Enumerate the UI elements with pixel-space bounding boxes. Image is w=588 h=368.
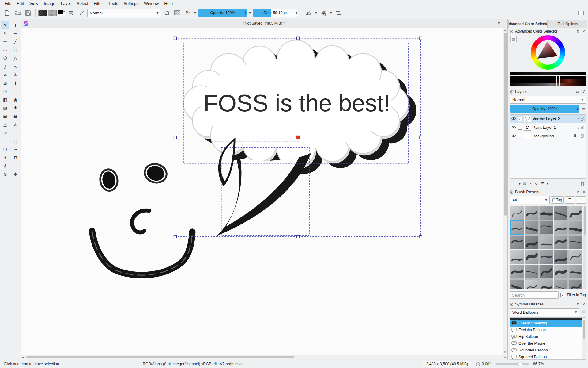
layer-properties-dropdown[interactable]: ▼	[547, 182, 548, 185]
float-docker-icon[interactable]: ⧉	[576, 302, 580, 306]
alpha-icon[interactable]: α	[578, 134, 579, 138]
symbol-item[interactable]: Exclaim Balloon	[510, 327, 586, 333]
add-layer-dropdown[interactable]: ▼	[519, 182, 521, 185]
tag-button[interactable]: Tag	[551, 196, 564, 204]
foreground-color[interactable]	[58, 10, 63, 14]
close-docker-icon[interactable]: ✕	[582, 302, 586, 306]
layer-checkbox[interactable]	[518, 134, 522, 138]
close-docker-icon[interactable]: ✕	[582, 190, 586, 194]
tool-freehand-select[interactable]: ∽	[11, 145, 20, 153]
layer-row[interactable]: Background α	[510, 132, 586, 140]
rotation-center-handle[interactable]	[296, 136, 300, 139]
shade-strip[interactable]	[510, 83, 586, 86]
symbol-item[interactable]: Dream Speaking	[510, 320, 586, 327]
layer-visibility-toggle[interactable]	[511, 125, 516, 130]
menu-filter[interactable]: Filter	[91, 0, 106, 7]
move-layer-up-button[interactable]: ∧	[529, 182, 532, 186]
menu-tools[interactable]: Tools	[106, 0, 121, 7]
duplicate-layer-button[interactable]: ⧉	[523, 182, 526, 186]
smiley-face[interactable]	[92, 162, 192, 275]
tool-rect-select[interactable]: ⬚	[1, 137, 9, 145]
menu-image[interactable]: Image	[41, 0, 58, 7]
brush-preset[interactable]	[554, 235, 568, 249]
delete-layer-button[interactable]	[581, 182, 584, 186]
float-docker-icon[interactable]: ⧉	[576, 190, 580, 194]
brush-preset[interactable]	[525, 250, 539, 264]
alpha-icon[interactable]: α	[578, 117, 579, 121]
brush-preset[interactable]	[568, 235, 582, 249]
tool-smart-patch[interactable]: ✚	[11, 104, 20, 112]
tool-assistants[interactable]: △	[1, 121, 9, 128]
brush-preset[interactable]	[510, 206, 524, 220]
brush-preset[interactable]	[525, 279, 539, 289]
layer-blending-mode-dropdown[interactable]: Normal ▼	[510, 96, 586, 104]
menu-view[interactable]: View	[27, 0, 41, 7]
brush-preset[interactable]	[539, 279, 553, 289]
brush-tag-filter-dropdown[interactable]: All ▼	[510, 196, 550, 204]
symbol-item[interactable]: Squared Balloon	[510, 354, 586, 360]
menu-select[interactable]: Select	[74, 0, 91, 7]
canvas-vertical-scrollbar[interactable]: ▲ ▼	[503, 28, 507, 355]
layer-checkbox[interactable]	[518, 125, 522, 130]
scroll-down-arrow[interactable]: ▼	[504, 351, 506, 354]
brush-preset[interactable]	[539, 235, 553, 249]
menu-edit[interactable]: Edit	[14, 0, 27, 7]
filter-in-tag-checkbox[interactable]: ✓	[560, 293, 565, 297]
layer-opacity-slider[interactable]: Opacity: 100% ▲▼	[510, 105, 579, 113]
brush-preset[interactable]	[525, 235, 539, 249]
color-wheel[interactable]	[531, 35, 565, 70]
pattern-swatch[interactable]	[48, 10, 57, 16]
brush-preset[interactable]	[568, 206, 582, 220]
brush-preset-chooser-button[interactable]	[66, 8, 76, 17]
brush-preset[interactable]	[510, 220, 524, 235]
shade-strip[interactable]	[510, 76, 586, 79]
symbol-item-partial[interactable]	[510, 318, 586, 320]
tool-fill[interactable]: ▣	[1, 112, 9, 120]
mirror-vertical-button[interactable]	[319, 8, 328, 17]
eraser-mode-button[interactable]	[162, 8, 172, 17]
shade-strip[interactable]	[510, 72, 586, 75]
tool-freehand-brush[interactable]: ✏	[1, 38, 9, 46]
tool-zoom[interactable]: ⊙	[1, 170, 9, 178]
chevron-down-icon[interactable]: ▼	[194, 11, 197, 14]
layer-visibility-toggle[interactable]	[511, 117, 516, 121]
brush-preset[interactable]	[510, 250, 524, 264]
tool-polygon[interactable]: ⬠	[1, 54, 9, 62]
float-docker-icon[interactable]: ⧉	[575, 90, 579, 94]
tool-color-sampler[interactable]: ◉	[11, 96, 20, 104]
scroll-left-arrow[interactable]: ◀	[22, 356, 24, 358]
tool-transform[interactable]: ⊞	[1, 79, 9, 87]
vscroll-thumb[interactable]	[504, 33, 507, 216]
add-layer-button[interactable]: ＋	[511, 181, 516, 187]
canvas-horizontal-scrollbar[interactable]: ◀ ▶	[21, 355, 507, 360]
brush-preset[interactable]	[510, 265, 524, 279]
inherit-alpha-icon[interactable]	[581, 117, 584, 121]
tool-crop[interactable]: ⊡	[1, 87, 9, 95]
toolbar-opacity-slider[interactable]: Opacity: 100% ▲▼	[198, 9, 247, 17]
layer-visibility-toggle[interactable]	[511, 134, 516, 138]
menu-layer[interactable]: Layer	[58, 0, 74, 7]
symbol-item[interactable]: Hip Balloon	[510, 333, 586, 340]
layers-menu-icon[interactable]: ≡	[581, 106, 586, 111]
save-button[interactable]	[23, 8, 32, 17]
tool-multibrush[interactable]: ✳	[11, 71, 20, 79]
brush-preset[interactable]	[525, 220, 539, 235]
move-layer-down-button[interactable]: ∨	[535, 182, 538, 186]
gradient-swatch[interactable]	[38, 10, 47, 16]
tool-freehand-path[interactable]: ∿	[11, 63, 20, 71]
brush-preset[interactable]	[554, 279, 568, 289]
menu-window[interactable]: Window	[141, 0, 161, 7]
brush-preset[interactable]	[539, 220, 553, 235]
toolbar-size-slider[interactable]: Size: 58.19 px ▲▼	[253, 9, 298, 17]
layer-row[interactable]: Paint Layer 1 α	[510, 123, 586, 132]
opacity-spin-buttons[interactable]: ▲▼	[245, 9, 246, 17]
chevron-down-icon[interactable]: ▼	[329, 11, 333, 14]
brush-preset[interactable]	[510, 235, 524, 249]
symbol-menu-icon[interactable]: ≡	[581, 310, 586, 315]
layer-properties-button[interactable]: ☰	[540, 182, 544, 186]
tool-polygon-select[interactable]: ⬡	[1, 145, 9, 153]
tool-dynamic-brush[interactable]: ≋	[1, 71, 9, 79]
tool-pan[interactable]: ✥	[11, 170, 20, 178]
filter-funnel-icon[interactable]	[581, 90, 586, 94]
zoom-slider-thumb[interactable]	[518, 362, 522, 366]
